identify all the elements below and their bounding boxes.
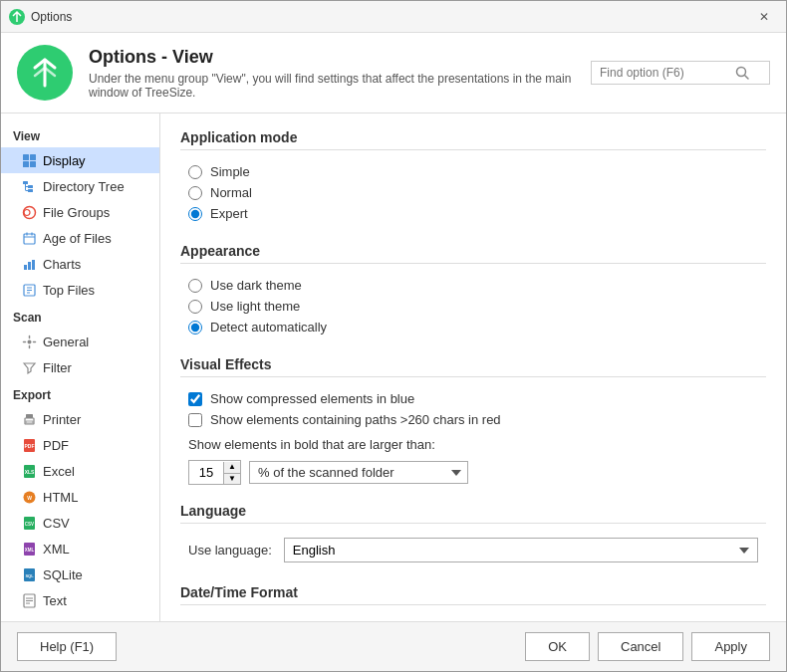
sidebar-directory-tree-label: Directory Tree: [43, 179, 125, 194]
svg-text:W: W: [27, 495, 32, 501]
sidebar-item-display[interactable]: Display: [1, 147, 159, 173]
sidebar-item-age-of-files[interactable]: Age of Files: [1, 225, 159, 251]
sidebar-printer-label: Printer: [43, 412, 81, 427]
sidebar-item-sqlite[interactable]: SQL SQLite: [1, 561, 159, 587]
radio-expert-input[interactable]: [188, 207, 202, 221]
options-window: Options ✕ Options - View Under the menu …: [0, 0, 787, 672]
visual-effects-header: Visual Effects: [180, 356, 766, 377]
radio-expert[interactable]: Expert: [188, 206, 766, 221]
visual-effects-section: Visual Effects Show compressed elements …: [180, 356, 766, 485]
svg-text:XML: XML: [24, 548, 34, 553]
svg-rect-19: [24, 265, 27, 270]
radio-light-input[interactable]: [188, 300, 202, 314]
radio-dark-input[interactable]: [188, 279, 202, 293]
svg-rect-21: [32, 260, 35, 270]
radio-dark-theme[interactable]: Use dark theme: [188, 278, 766, 293]
spinner-down-button[interactable]: ▼: [224, 473, 240, 484]
svg-rect-29: [26, 421, 33, 423]
bold-threshold-spinner[interactable]: ▲ ▼: [188, 460, 241, 485]
bold-threshold-input[interactable]: [189, 461, 223, 484]
checkbox-compressed-blue-label: Show compressed elements in blue: [210, 391, 414, 406]
title-bar: Options ✕: [1, 1, 786, 33]
sidebar-item-excel[interactable]: XLS Excel: [1, 458, 159, 484]
radio-simple-input[interactable]: [188, 165, 202, 179]
radio-simple[interactable]: Simple: [188, 164, 766, 179]
main-scroll-container[interactable]: Application mode Simple Normal Expert: [160, 113, 786, 621]
sidebar-item-charts[interactable]: Charts: [1, 251, 159, 277]
svg-rect-4: [30, 154, 36, 160]
title-bar-left: Options: [9, 9, 72, 25]
bold-threshold-controls: ▲ ▼ % of the scanned folder % of the par…: [188, 460, 758, 485]
radio-detect-auto[interactable]: Detect automatically: [188, 320, 766, 335]
radio-normal[interactable]: Normal: [188, 185, 766, 200]
search-icon: [735, 66, 749, 80]
display-icon: [21, 152, 37, 168]
sidebar-item-filter[interactable]: Filter: [1, 354, 159, 380]
checkbox-paths-red-input[interactable]: [188, 413, 202, 427]
search-box[interactable]: [591, 61, 770, 85]
radio-dark-label: Use dark theme: [210, 278, 302, 293]
sidebar-item-pdf[interactable]: PDF PDF: [1, 432, 159, 458]
file-groups-icon: [21, 204, 37, 220]
cancel-button[interactable]: Cancel: [598, 632, 683, 661]
datetime-format-header: Date/Time Format: [180, 584, 766, 605]
csv-icon: CSV: [21, 515, 37, 531]
sidebar-item-top-files[interactable]: Top Files: [1, 277, 159, 303]
svg-text:CSV: CSV: [24, 522, 33, 527]
svg-rect-28: [26, 414, 33, 418]
sidebar-charts-label: Charts: [43, 257, 81, 272]
radio-detect-input[interactable]: [188, 321, 202, 335]
sidebar-item-printer[interactable]: Printer: [1, 406, 159, 432]
ok-button[interactable]: OK: [525, 632, 590, 661]
help-button[interactable]: Help (F1): [17, 632, 117, 661]
language-dropdown[interactable]: English German French Spanish Italian Ja…: [284, 538, 758, 562]
close-button[interactable]: ✕: [750, 7, 778, 27]
application-mode-section: Application mode Simple Normal Expert: [180, 129, 766, 225]
bold-threshold-area: Show elements in bold that are larger th…: [180, 431, 766, 485]
radio-normal-input[interactable]: [188, 186, 202, 200]
spinner-up-button[interactable]: ▲: [224, 462, 240, 473]
footer-right: OK Cancel Apply: [525, 632, 770, 661]
apply-button[interactable]: Apply: [691, 632, 770, 661]
sidebar-item-html[interactable]: W HTML: [1, 484, 159, 510]
radio-light-theme[interactable]: Use light theme: [188, 299, 766, 314]
svg-rect-7: [23, 181, 28, 184]
appearance-radio-group: Use dark theme Use light theme Detect au…: [180, 274, 766, 338]
sqlite-icon: SQL: [21, 566, 37, 582]
datetime-format-section: Date/Time Format Use the following date/…: [180, 584, 766, 621]
sidebar-item-csv[interactable]: CSV CSV: [1, 510, 159, 536]
checkbox-compressed-blue-input[interactable]: [188, 392, 202, 406]
sidebar-age-of-files-label: Age of Files: [43, 231, 112, 246]
sidebar-filter-label: Filter: [43, 360, 72, 375]
search-input[interactable]: [600, 66, 729, 80]
sidebar-item-xml[interactable]: XML XML: [1, 536, 159, 561]
svg-rect-15: [24, 234, 35, 244]
sidebar-item-directory-tree[interactable]: Directory Tree: [1, 173, 159, 199]
sidebar-item-general[interactable]: General: [1, 329, 159, 354]
sidebar-item-email[interactable]: Email: [1, 613, 159, 621]
header-title: Options - View: [89, 47, 575, 68]
bold-threshold-dropdown[interactable]: % of the scanned folder % of the parent …: [249, 461, 468, 484]
directory-tree-icon: [21, 178, 37, 194]
main-content: Application mode Simple Normal Expert: [160, 113, 786, 621]
bold-threshold-label: Show elements in bold that are larger th…: [188, 437, 758, 452]
checkbox-paths-red[interactable]: Show elements containing paths >260 char…: [188, 412, 766, 427]
sidebar-item-file-groups[interactable]: File Groups: [1, 199, 159, 225]
svg-rect-3: [23, 154, 29, 160]
sidebar-general-label: General: [43, 335, 89, 349]
checkbox-compressed-blue[interactable]: Show compressed elements in blue: [188, 391, 766, 406]
radio-expert-label: Expert: [210, 206, 248, 221]
sidebar-pdf-label: PDF: [43, 438, 69, 453]
general-icon: [21, 334, 37, 349]
sidebar-item-text[interactable]: Text: [1, 587, 159, 613]
window-title: Options: [31, 10, 72, 24]
datetime-ellipsis: ...: [482, 619, 492, 621]
checkbox-paths-red-label: Show elements containing paths >260 char…: [210, 412, 501, 427]
xml-icon: XML: [21, 541, 37, 557]
sidebar-display-label: Display: [43, 153, 86, 168]
sidebar-sqlite-label: SQLite: [43, 567, 83, 582]
filter-icon: [21, 359, 37, 375]
sidebar-section-view: View: [1, 121, 159, 147]
app-logo: [17, 45, 73, 101]
radio-detect-label: Detect automatically: [210, 320, 327, 335]
